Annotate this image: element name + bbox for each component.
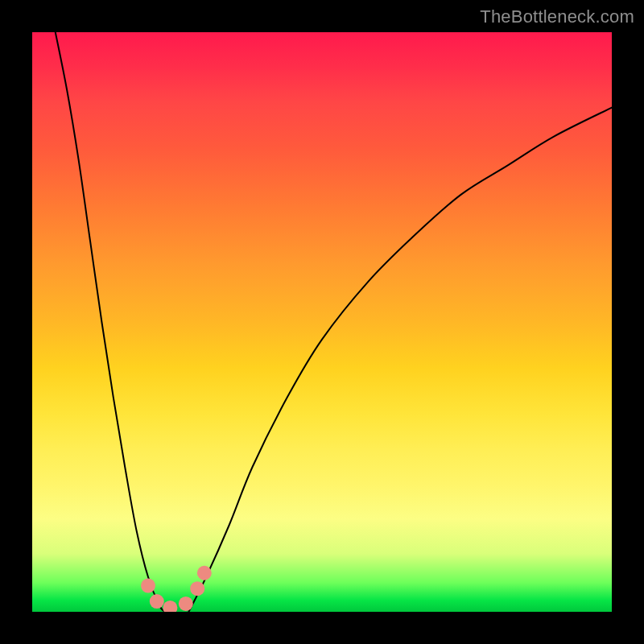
data-marker-3 (179, 597, 193, 611)
data-marker-5 (197, 566, 212, 580)
data-marker-2 (163, 601, 177, 612)
chart-frame: TheBottleneck.com (0, 0, 644, 644)
data-marker-0 (141, 579, 155, 593)
plot-area (32, 32, 612, 612)
curve-left-curve (56, 32, 166, 612)
curve-right-curve (188, 108, 612, 612)
data-marker-1 (150, 594, 164, 609)
data-marker-4 (190, 581, 204, 596)
watermark-label: TheBottleneck.com (480, 6, 634, 27)
marker-group (141, 566, 212, 612)
chart-canvas (32, 32, 612, 612)
curve-group (56, 32, 612, 612)
